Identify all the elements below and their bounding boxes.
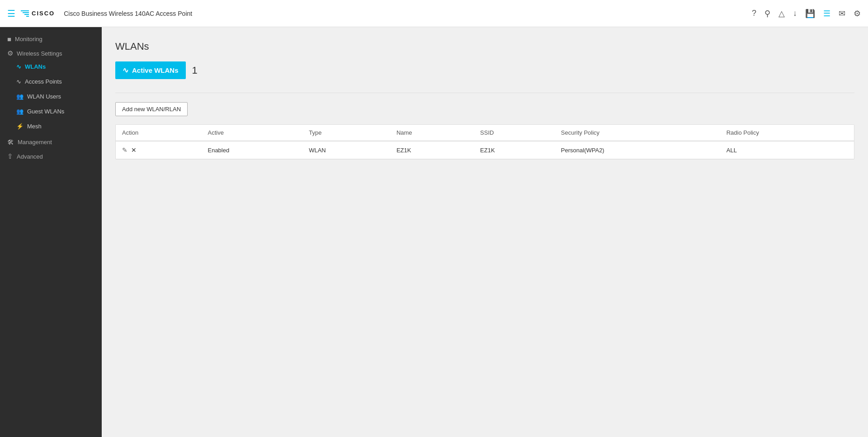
edit-icon[interactable]: ✎ — [122, 146, 127, 154]
settings-icon[interactable]: ⚙ — [854, 9, 861, 19]
sidebar-item-guest-wlans[interactable]: 👥 Guest WLANs — [0, 104, 102, 119]
topnav-icons: ? ⚲ △ ↓ 💾 ☰ ✉ ⚙ — [752, 9, 861, 19]
col-name: Name — [390, 125, 474, 141]
row-name: EZ1K — [390, 141, 474, 159]
sidebar-access-points-label: Access Points — [25, 78, 62, 85]
wifi-icon: ∿ — [123, 66, 128, 75]
sidebar-management-label: Management — [18, 139, 52, 146]
main-content: WLANs ∿ Active WLANs 1 Add new WLAN/RLAN… — [102, 27, 868, 437]
col-action: Action — [116, 125, 201, 141]
wlan-users-icon: 👥 — [16, 93, 24, 100]
row-ssid: EZ1K — [474, 141, 555, 159]
cisco-brand-label: CISCO — [32, 10, 55, 17]
sidebar-item-advanced[interactable]: ⇧ Advanced — [0, 148, 102, 162]
topnav: ☰ CISCO Cisco Business Wireless 140AC Ac… — [0, 0, 868, 27]
sidebar-item-wlans[interactable]: ∿ WLANs — [0, 59, 102, 74]
col-security-policy: Security Policy — [555, 125, 720, 141]
save-icon[interactable]: 💾 — [805, 9, 815, 19]
sidebar-wlans-label: WLANs — [25, 63, 46, 70]
management-icon: 🛠 — [7, 138, 14, 146]
delete-icon[interactable]: ✕ — [131, 146, 137, 154]
cisco-logo: CISCO — [21, 10, 55, 17]
banner-row: ∿ Active WLANs 1 — [115, 61, 854, 79]
search-icon[interactable]: ⚲ — [764, 9, 770, 19]
guest-wlans-icon: 👥 — [16, 108, 24, 115]
sidebar-item-mesh[interactable]: ⚡ Mesh — [0, 119, 102, 134]
sidebar-item-access-points[interactable]: ∿ Access Points — [0, 74, 102, 89]
cisco-bars-icon — [21, 10, 29, 17]
app-title: Cisco Business Wireless 140AC Access Poi… — [64, 10, 192, 17]
mesh-icon: ⚡ — [16, 123, 24, 130]
sidebar-item-wireless-settings-label: Wireless Settings — [17, 50, 62, 57]
col-radio-policy: Radio Policy — [720, 125, 854, 141]
col-ssid: SSID — [474, 125, 555, 141]
action-icons: ✎ ✕ — [122, 146, 195, 154]
advanced-icon: ⇧ — [7, 152, 13, 160]
help-icon[interactable]: ? — [752, 9, 756, 18]
table-header: Action Active Type Name SSID Security Po… — [116, 125, 854, 141]
download-icon[interactable]: ↓ — [793, 9, 797, 18]
wlan-table-container: Action Active Type Name SSID Security Po… — [115, 124, 854, 160]
col-active: Active — [201, 125, 302, 141]
row-action: ✎ ✕ — [116, 141, 201, 159]
sidebar: ■ Monitoring ⚙ Wireless Settings ∿ WLANs… — [0, 27, 102, 437]
sidebar-item-monitoring-label: Monitoring — [15, 36, 42, 42]
sidebar-wlan-users-label: WLAN Users — [27, 93, 61, 100]
sidebar-item-monitoring[interactable]: ■ Monitoring — [0, 31, 102, 45]
active-wlans-label: Active WLANs — [132, 66, 179, 74]
monitoring-icon: ■ — [7, 35, 11, 43]
row-type: WLAN — [302, 141, 390, 159]
access-points-icon: ∿ — [16, 78, 21, 85]
table-row: ✎ ✕ Enabled WLAN EZ1K EZ1K Personal(WPA2… — [116, 141, 854, 159]
topnav-left: ☰ CISCO Cisco Business Wireless 140AC Ac… — [7, 8, 752, 19]
page-title: WLANs — [115, 41, 854, 52]
divider — [115, 93, 854, 93]
sidebar-item-wireless-settings[interactable]: ⚙ Wireless Settings — [0, 45, 102, 59]
col-type: Type — [302, 125, 390, 141]
sidebar-item-wlan-users[interactable]: 👥 WLAN Users — [0, 89, 102, 104]
sidebar-guest-wlans-label: Guest WLANs — [27, 108, 64, 115]
wlans-icon: ∿ — [16, 63, 21, 70]
hamburger-icon[interactable]: ☰ — [7, 8, 15, 19]
active-wlans-banner: ∿ Active WLANs — [115, 61, 186, 79]
sidebar-advanced-label: Advanced — [17, 153, 43, 160]
active-count: 1 — [192, 65, 198, 76]
sidebar-item-management[interactable]: 🛠 Management — [0, 134, 102, 148]
add-wlan-button[interactable]: Add new WLAN/RLAN — [115, 102, 188, 116]
row-security-policy: Personal(WPA2) — [555, 141, 720, 159]
mail-icon[interactable]: ✉ — [839, 9, 845, 19]
sidebar-mesh-label: Mesh — [27, 123, 42, 130]
table-body: ✎ ✕ Enabled WLAN EZ1K EZ1K Personal(WPA2… — [116, 141, 854, 159]
layout: ■ Monitoring ⚙ Wireless Settings ∿ WLANs… — [0, 27, 868, 437]
wireless-settings-icon: ⚙ — [7, 49, 13, 57]
list-icon[interactable]: ☰ — [823, 9, 830, 19]
wlan-table: Action Active Type Name SSID Security Po… — [116, 125, 854, 159]
row-radio-policy: ALL — [720, 141, 854, 159]
alert-icon[interactable]: △ — [778, 9, 785, 19]
row-active: Enabled — [201, 141, 302, 159]
